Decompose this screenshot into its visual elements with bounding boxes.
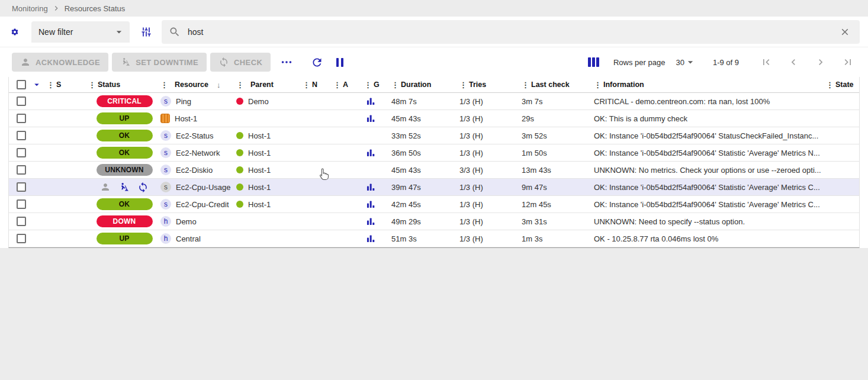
drag-handle-icon: ⋮ [333, 81, 341, 89]
graph-icon[interactable] [367, 114, 375, 123]
table-row[interactable]: UPHost-145m 43s1/3 (H)29sOK: This is a d… [9, 110, 859, 127]
header-action[interactable]: ⋮A [333, 80, 364, 89]
drag-handle-icon: ⋮ [160, 81, 168, 89]
advanced-filters-tune-icon[interactable] [138, 24, 155, 40]
row-checkbox[interactable] [17, 199, 26, 209]
cell-tries: 1/3 (H) [459, 131, 522, 140]
table-row[interactable]: OKsEc2-Cpu-CreditHost-142m 45s1/3 (H)12m… [9, 196, 859, 213]
cell-graph [364, 114, 391, 123]
rows-per-page-select[interactable]: 30 [676, 56, 696, 68]
downtime-worker-icon [120, 57, 131, 67]
cell-duration: 49m 29s [391, 217, 459, 226]
breadcrumb: Monitoring Resources Status [0, 0, 868, 17]
table-row[interactable]: OKsEc2-NetworkHost-136m 50s1/3 (H)1m 50s… [9, 144, 859, 162]
downtime-icon[interactable] [118, 182, 130, 193]
row-checkbox[interactable] [17, 234, 26, 243]
filter-select-value: New filter [38, 27, 113, 37]
cell-last-check: 29s [522, 114, 594, 123]
header-state[interactable]: ⋮State [826, 80, 859, 89]
graph-icon[interactable] [367, 234, 375, 243]
header-tries[interactable]: ⋮Tries [459, 80, 522, 89]
table-row[interactable]: sEc2-Cpu-UsageHost-139m 47s1/3 (H)9m 47s… [9, 179, 859, 196]
row-checkbox[interactable] [17, 114, 26, 123]
search-input[interactable] [188, 27, 837, 37]
row-checkbox[interactable] [17, 182, 26, 192]
chevron-right-icon [52, 4, 61, 13]
graph-icon[interactable] [367, 182, 375, 192]
resource-name: Ec2-Status [176, 131, 214, 140]
parent-name: Host-1 [248, 166, 271, 175]
table-row[interactable]: DOWNhDemo49m 29s1/3 (H)3m 31sUNKNOWN: Ne… [9, 213, 859, 230]
check-in-progress-icon[interactable] [137, 182, 149, 193]
table-row[interactable]: UPhCentral51m 3s1/3 (H)1m 3sOK - 10.25.8… [9, 230, 859, 247]
last-page-icon[interactable] [840, 54, 856, 70]
header-resource[interactable]: ⋮Resource↓ [160, 80, 236, 89]
header-graph[interactable]: ⋮G [364, 80, 391, 89]
previous-page-icon[interactable] [785, 54, 802, 70]
graph-icon[interactable] [367, 148, 375, 157]
set-downtime-button[interactable]: SET DOWNTIME [112, 53, 207, 72]
header-parent[interactable]: ⋮Parent [236, 80, 303, 89]
filter-bar: New filter [0, 17, 868, 47]
parent-name: Host-1 [248, 149, 271, 157]
cell-checkbox [9, 131, 29, 140]
next-page-icon[interactable] [812, 54, 829, 70]
clear-search-icon[interactable] [837, 24, 853, 40]
table-row[interactable]: CRITICALsPingDemo48m 7s1/3 (H)3m 7sCRITI… [9, 93, 859, 110]
graph-icon[interactable] [367, 199, 375, 209]
acknowledged-icon[interactable] [100, 182, 111, 192]
cell-duration: 42m 45s [391, 200, 459, 209]
select-all-checkbox[interactable] [17, 80, 26, 89]
cell-duration: 36m 50s [391, 149, 459, 157]
drag-handle-icon: ⋮ [826, 81, 834, 89]
cell-status: UNKNOWN [88, 164, 160, 176]
cell-duration: 48m 7s [391, 97, 459, 106]
first-page-icon[interactable] [758, 54, 774, 70]
search-icon [169, 26, 181, 38]
cell-checkbox [9, 165, 29, 175]
set-downtime-label: SET DOWNTIME [136, 58, 198, 67]
row-checkbox[interactable] [17, 96, 26, 106]
resources-table: ⋮S ⋮Status ⋮Resource↓ ⋮Parent ⋮N ⋮A ⋮G ⋮… [8, 77, 860, 248]
filter-settings-gear-icon[interactable] [8, 25, 21, 38]
cell-status: OK [88, 198, 160, 210]
header-duration[interactable]: ⋮Duration [391, 80, 459, 89]
table-body: CRITICALsPingDemo48m 7s1/3 (H)3m 7sCRITI… [9, 93, 859, 247]
cell-tries: 1/3 (H) [459, 149, 522, 157]
cell-checkbox [9, 199, 29, 209]
cell-parent: Host-1 [236, 183, 303, 192]
breadcrumb-monitoring[interactable]: Monitoring [12, 4, 48, 13]
search-field[interactable] [162, 20, 860, 44]
pause-icon[interactable] [334, 56, 346, 69]
table-row[interactable]: OKsEc2-StatusHost-133m 52s1/3 (H)3m 52sO… [9, 127, 859, 144]
row-checkbox[interactable] [17, 165, 26, 175]
header-information[interactable]: ⋮Information [594, 80, 826, 89]
header-severity[interactable]: ⋮S [47, 80, 88, 89]
sync-icon [218, 57, 229, 67]
header-last-check[interactable]: ⋮Last check [522, 80, 594, 89]
resource-name: Ec2-Network [176, 149, 220, 157]
row-checkbox[interactable] [17, 131, 26, 140]
check-button[interactable]: CHECK [210, 53, 271, 72]
cell-graph [364, 96, 391, 106]
filter-select[interactable]: New filter [31, 21, 130, 43]
header-notes[interactable]: ⋮N [303, 80, 333, 89]
drag-handle-icon: ⋮ [594, 81, 602, 89]
rows-per-page-value: 30 [676, 58, 684, 67]
more-actions-icon[interactable] [278, 53, 295, 71]
row-checkbox[interactable] [17, 217, 26, 226]
acknowledge-label: ACKNOWLEDGE [36, 58, 100, 67]
breadcrumb-resources-status[interactable]: Resources Status [65, 4, 126, 13]
row-checkbox[interactable] [17, 148, 26, 157]
acknowledge-button[interactable]: ACKNOWLEDGE [12, 53, 108, 72]
cell-last-check: 9m 47s [522, 183, 594, 192]
columns-settings-icon[interactable] [588, 57, 599, 67]
table-row[interactable]: UNKNOWNsEc2-DiskioHost-145m 43s3/3 (H)13… [9, 162, 859, 179]
refresh-icon[interactable] [308, 54, 326, 71]
header-status[interactable]: ⋮Status [88, 80, 160, 89]
chevron-down-icon [684, 56, 696, 68]
select-menu-caret-icon[interactable] [29, 77, 47, 92]
graph-icon[interactable] [367, 217, 375, 226]
cell-duration: 45m 43s [391, 114, 459, 123]
graph-icon[interactable] [367, 96, 375, 106]
